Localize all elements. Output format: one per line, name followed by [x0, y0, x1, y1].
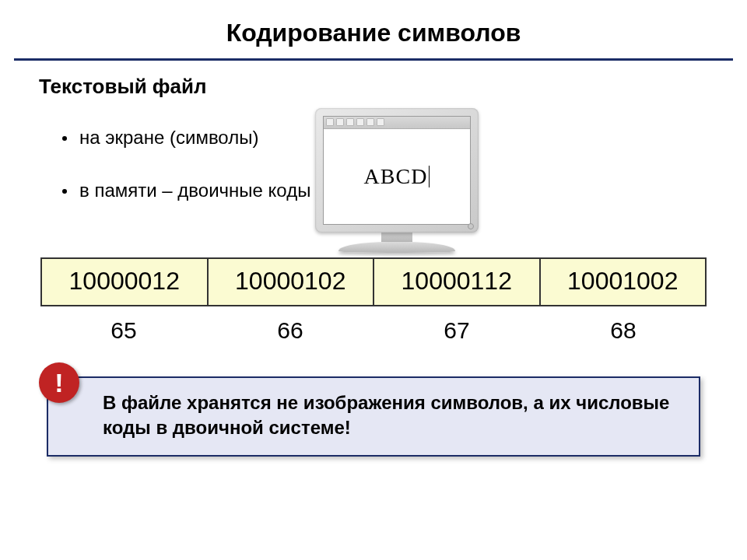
decimal-cell: 67 — [374, 317, 540, 344]
binary-cell: 10001002 — [541, 259, 706, 305]
monitor-neck — [381, 231, 412, 242]
bullet-dot-icon — [62, 136, 67, 141]
list-item: на экране (символы) — [62, 125, 311, 150]
bullet-text: на экране (символы) — [79, 125, 258, 150]
binary-cell: 10000012 — [42, 259, 209, 305]
app-toolbar — [324, 117, 470, 129]
callout-note: ! В файле хранятся не изображения символ… — [47, 376, 700, 457]
bullet-dot-icon — [62, 189, 67, 194]
binary-cell: 10000102 — [209, 259, 375, 305]
binary-codes-row: 10000012 10000102 10000112 10001002 — [40, 257, 707, 306]
bullet-list: на экране (символы) в памяти – двоичные … — [0, 108, 311, 232]
monitor-illustration: ABCD — [303, 108, 490, 253]
slide-title: Кодирование символов — [31, 19, 716, 47]
section-subtitle: Текстовый файл — [39, 75, 747, 99]
exclamation-badge-icon: ! — [39, 362, 79, 403]
list-item: в памяти – двоичные коды — [62, 178, 311, 203]
decimal-cell: 65 — [40, 317, 207, 344]
decimal-cell: 68 — [540, 317, 707, 344]
monitor-screen: ABCD — [323, 116, 471, 225]
decimal-codes-row: 65 66 67 68 — [40, 317, 707, 344]
app-canvas: ABCD — [324, 129, 470, 224]
decimal-cell: 66 — [207, 317, 374, 344]
binary-cell: 10000112 — [374, 259, 541, 305]
title-underline — [14, 58, 733, 61]
monitor-base — [338, 242, 455, 253]
bullet-text: в памяти – двоичные коды — [79, 178, 310, 203]
monitor-logo-icon — [468, 223, 474, 229]
callout-text: В файле хранятся не изображения символов… — [47, 376, 700, 457]
screen-sample-text: ABCD — [364, 164, 428, 189]
monitor-body: ABCD — [315, 108, 479, 233]
text-cursor-icon — [429, 166, 430, 187]
